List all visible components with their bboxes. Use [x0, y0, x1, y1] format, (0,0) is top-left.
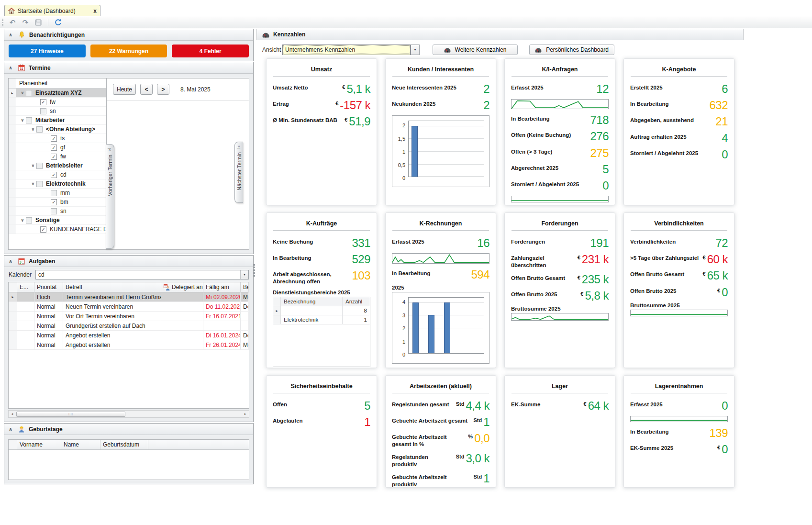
- close-icon[interactable]: x: [93, 8, 97, 14]
- card-title: Kunden / Interessenten: [392, 64, 489, 76]
- collapse-icon[interactable]: ∧: [9, 33, 14, 37]
- tree-item[interactable]: ∨Mitarbeiter: [9, 116, 106, 125]
- aufgaben-header[interactable]: ∧ Aufgaben: [4, 256, 253, 267]
- mini-table-row[interactable]: Elektrotechnik1: [273, 315, 370, 324]
- metric-unit: %: [468, 432, 473, 439]
- tree-item[interactable]: ✓gf: [9, 143, 106, 152]
- checkbox[interactable]: [36, 163, 43, 169]
- column-header-4[interactable]: Fällig am: [203, 282, 241, 292]
- metric-number: 72: [715, 237, 728, 249]
- tree-item[interactable]: ✓fw: [9, 98, 106, 107]
- tree-item[interactable]: mm: [9, 189, 106, 198]
- checkbox[interactable]: ✓: [51, 172, 57, 178]
- tree-item[interactable]: ▸∨Einsatzteam XYZ: [9, 89, 106, 98]
- splitter-handle[interactable]: [254, 264, 255, 277]
- column-header-5[interactable]: Beginnt: [241, 282, 249, 292]
- tree-item[interactable]: ∨Sonstige: [9, 216, 106, 225]
- scroll-right-icon[interactable]: ▸: [242, 411, 249, 417]
- kalender-combobox[interactable]: cd ▼: [35, 270, 249, 279]
- chevron-down-icon[interactable]: ∨: [19, 118, 26, 123]
- checkbox[interactable]: [26, 117, 32, 123]
- previous-appointment-pane[interactable]: |< Vorheriger Termin: [106, 144, 114, 249]
- metric-row: Neukunden 20252: [392, 99, 489, 111]
- checkbox[interactable]: [26, 217, 32, 223]
- chevron-down-icon[interactable]: ▼: [411, 45, 420, 55]
- chevron-down-icon[interactable]: ∨: [30, 127, 36, 132]
- collapse-icon[interactable]: ∧: [9, 427, 14, 432]
- table-row[interactable]: NormalGrundgerüst erstellen auf Dach: [9, 321, 249, 331]
- checkbox[interactable]: ✓: [40, 99, 46, 105]
- calendar-body[interactable]: [107, 101, 249, 271]
- column-header-1[interactable]: Priorität: [34, 282, 63, 292]
- column-header-0[interactable]: Bezeichnung: [281, 297, 342, 306]
- chevron-down-icon[interactable]: ▼: [240, 270, 248, 279]
- checkbox[interactable]: [36, 126, 43, 133]
- prev-day-button[interactable]: <: [140, 84, 153, 95]
- chevron-down-icon[interactable]: ∨: [19, 218, 26, 223]
- table-row[interactable]: NormalAngebot erstellenFr 26.01.2024Mo 2…: [9, 340, 249, 350]
- checkbox[interactable]: ✓: [51, 154, 57, 160]
- tab-title: Startseite (Dashboard): [18, 8, 76, 14]
- tree-item[interactable]: ✓bm: [9, 198, 106, 207]
- notification-button[interactable]: 22 Warnungen: [90, 45, 167, 57]
- next-appointment-pane[interactable]: >| Nächster Termin: [234, 142, 243, 203]
- column-header-3[interactable]: Delegiert an: [161, 282, 203, 292]
- refresh-icon[interactable]: [53, 18, 63, 27]
- checkbox[interactable]: [51, 208, 57, 214]
- tree-item[interactable]: ✓cd: [9, 170, 106, 179]
- table-row[interactable]: NormalNeuen Termin vereinbarenDo 11.02.2…: [9, 302, 249, 312]
- persoenliches-dashboard-button[interactable]: Persönliches Dashboard: [529, 45, 614, 55]
- checkbox[interactable]: [40, 108, 46, 114]
- notifications-header[interactable]: ∧ Benachrichtigungen: [4, 29, 253, 41]
- notification-button[interactable]: 4 Fehler: [172, 45, 249, 57]
- termine-header[interactable]: ∧ 31 Termine: [4, 62, 253, 74]
- checkbox[interactable]: [26, 90, 32, 96]
- scrollbar-thumb[interactable]: ||||: [16, 412, 125, 417]
- checkbox[interactable]: [51, 190, 57, 196]
- next-day-button[interactable]: >: [157, 84, 169, 95]
- redo-icon[interactable]: ↷: [21, 18, 30, 27]
- axis-tick-label: 0,5: [392, 163, 405, 168]
- tree-item[interactable]: sn: [9, 207, 106, 216]
- tree-item[interactable]: ∨<Ohne Abteilung>: [9, 125, 106, 134]
- collapse-icon[interactable]: ∧: [9, 259, 14, 264]
- column-header-2[interactable]: Betreff: [63, 282, 161, 292]
- column-header-1[interactable]: Anzahl: [342, 297, 370, 306]
- ansicht-combobox[interactable]: Unternehmens-Kennzahlen ▼: [282, 45, 411, 55]
- tree-item[interactable]: sn: [9, 107, 106, 116]
- checkbox[interactable]: ✓: [40, 226, 46, 233]
- horizontal-scrollbar[interactable]: ◂ |||| ▸: [8, 410, 249, 418]
- mini-table-row[interactable]: ▸8: [273, 306, 370, 315]
- checkbox[interactable]: ✓: [51, 199, 57, 205]
- chevron-down-icon[interactable]: ∨: [19, 90, 26, 95]
- table-row[interactable]: NormalAngebot erstellenDi 16.01.2024Do 1…: [9, 331, 249, 340]
- geburtstage-header[interactable]: ∧ Geburtstage: [4, 424, 253, 435]
- tree-item[interactable]: ✓KUNDENANFRAGE ELEKT...: [9, 225, 106, 234]
- checkbox[interactable]: [36, 181, 43, 187]
- today-button[interactable]: Heute: [113, 84, 136, 95]
- collapse-icon[interactable]: ∧: [9, 66, 14, 70]
- chevron-down-icon[interactable]: ∨: [30, 181, 36, 186]
- undo-icon[interactable]: ↶: [8, 18, 17, 27]
- column-header-0[interactable]: E...: [17, 282, 34, 292]
- tree-item[interactable]: ∨Betriebsleiter: [9, 161, 106, 170]
- tree-item[interactable]: ✓ts: [9, 134, 106, 143]
- notification-button[interactable]: 27 Hinweise: [9, 45, 86, 57]
- checkbox[interactable]: ✓: [51, 135, 57, 142]
- column-header-0[interactable]: Vorname: [17, 440, 61, 449]
- checkbox[interactable]: ✓: [51, 145, 57, 151]
- tree-item[interactable]: ✓fw: [9, 152, 106, 161]
- metric-unit: €: [584, 400, 587, 407]
- metric-row: Auftrag erhalten 20254: [630, 132, 728, 144]
- chevron-down-icon[interactable]: ∨: [30, 163, 36, 168]
- scroll-left-icon[interactable]: ◂: [9, 411, 16, 417]
- tab-startseite[interactable]: Startseite (Dashboard) x: [4, 5, 100, 16]
- weitere-kennzahlen-button[interactable]: Weitere Kennzahlen: [433, 45, 518, 55]
- table-header-row: VornameNameGeburtsdatum: [9, 440, 249, 450]
- table-row[interactable]: NormalVor Ort Termin vereinbarenFr 16.07…: [9, 312, 249, 321]
- column-header-2[interactable]: Geburtsdatum: [100, 440, 148, 449]
- column-header-1[interactable]: Name: [61, 440, 100, 449]
- tree-item[interactable]: ∨Elektrotechnik: [9, 179, 106, 189]
- save-icon[interactable]: [33, 18, 43, 27]
- table-row[interactable]: ▸HochTermin vereinbaren mit Herrn Großma…: [9, 292, 249, 302]
